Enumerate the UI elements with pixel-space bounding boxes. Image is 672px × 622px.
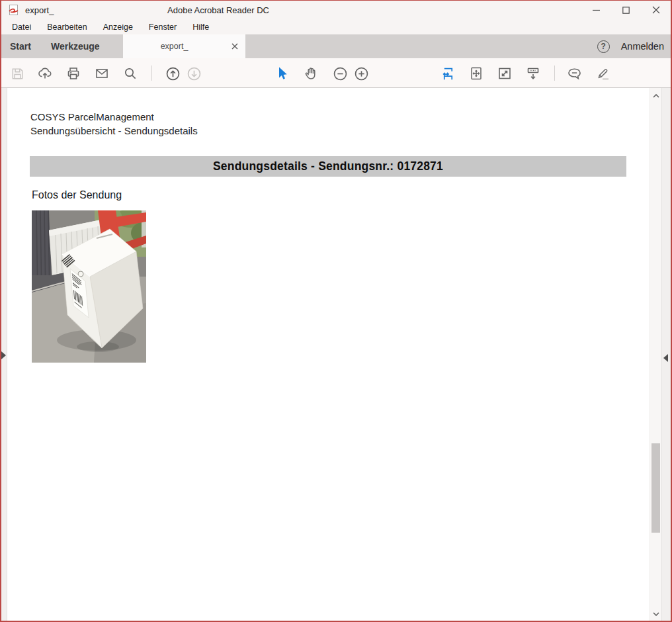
pdf-subtitle-line: Sendungsübersicht - Sendungsdetails — [30, 125, 198, 136]
menu-datei[interactable]: Datei — [7, 22, 36, 32]
tab-document-label: export_ — [123, 34, 226, 58]
parcel-photo — [32, 210, 146, 363]
tab-start[interactable]: Start — [10, 34, 31, 58]
page-up-icon[interactable] — [164, 65, 181, 82]
toolbar-separator — [151, 66, 152, 81]
fullscreen-icon[interactable] — [496, 65, 513, 82]
tab-document-active[interactable]: export_ — [123, 34, 245, 58]
toolbar-dock-icon[interactable] — [525, 65, 542, 82]
zoom-in-icon[interactable] — [353, 65, 370, 82]
maximize-icon[interactable] — [611, 0, 641, 20]
left-panel-strip[interactable] — [0, 88, 7, 622]
fit-page-icon[interactable] — [468, 65, 485, 82]
page-down-icon[interactable] — [185, 65, 202, 82]
vertical-scrollbar[interactable] — [650, 88, 661, 622]
search-icon[interactable] — [122, 65, 139, 82]
pdf-app-title-line: COSYS ParcelManagement — [30, 111, 154, 122]
minimize-icon[interactable] — [581, 0, 611, 20]
right-panel-strip[interactable] — [661, 88, 671, 622]
sign-in-button[interactable]: Anmelden — [621, 41, 664, 52]
comment-icon[interactable] — [566, 65, 583, 82]
main-toolbar: / 3 107% — [0, 58, 672, 88]
menu-bar: Datei Bearbeiten Anzeige Fenster Hilfe — [0, 20, 672, 34]
acrobat-window: export_ Adobe Acrobat Reader DC Datei Be… — [0, 0, 672, 622]
window-app-title: Adobe Acrobat Reader DC — [0, 5, 437, 15]
highlighter-icon[interactable] — [594, 65, 611, 82]
tab-werkzeuge[interactable]: Werkzeuge — [51, 34, 100, 58]
pdf-section-header-text: Sendungsdetails - Sendungsnr.: 0172871 — [213, 159, 443, 173]
email-icon[interactable] — [93, 65, 110, 82]
toolbar-separator — [554, 66, 555, 81]
menu-bearbeiten[interactable]: Bearbeiten — [42, 22, 92, 32]
window-controls — [581, 0, 671, 20]
pdf-page: COSYS ParcelManagement Sendungsübersicht… — [8, 88, 650, 622]
zoom-out-icon[interactable] — [331, 65, 349, 82]
help-icon[interactable]: ? — [597, 40, 610, 53]
scroll-up-icon[interactable] — [650, 90, 662, 102]
document-area: COSYS ParcelManagement Sendungsübersicht… — [0, 88, 672, 622]
print-icon[interactable] — [65, 65, 82, 82]
panel-right-expand-icon[interactable] — [663, 354, 668, 362]
title-bar: export_ Adobe Acrobat Reader DC — [0, 0, 672, 20]
menu-fenster[interactable]: Fenster — [144, 22, 182, 32]
tabbar-right-group: ? Anmelden — [597, 34, 664, 58]
tab-bar: Start Werkzeuge export_ ? Anmelden — [0, 34, 672, 58]
menu-anzeige[interactable]: Anzeige — [98, 22, 138, 32]
pdf-photos-heading: Fotos der Sendung — [32, 189, 122, 201]
save-icon[interactable] — [9, 65, 26, 82]
pdf-section-header-bar: Sendungsdetails - Sendungsnr.: 0172871 — [30, 156, 626, 177]
menu-hilfe[interactable]: Hilfe — [187, 22, 214, 32]
page-scrolling-icon[interactable] — [439, 65, 456, 82]
share-upload-icon[interactable] — [36, 65, 54, 82]
close-icon[interactable] — [641, 0, 671, 20]
hand-tool-icon[interactable] — [302, 65, 319, 82]
scrollbar-thumb[interactable] — [651, 443, 660, 533]
scroll-down-icon[interactable] — [650, 608, 662, 620]
tab-close-icon[interactable] — [230, 42, 239, 51]
panel-left-expand-icon[interactable] — [1, 351, 6, 359]
select-tool-icon[interactable] — [274, 65, 291, 82]
